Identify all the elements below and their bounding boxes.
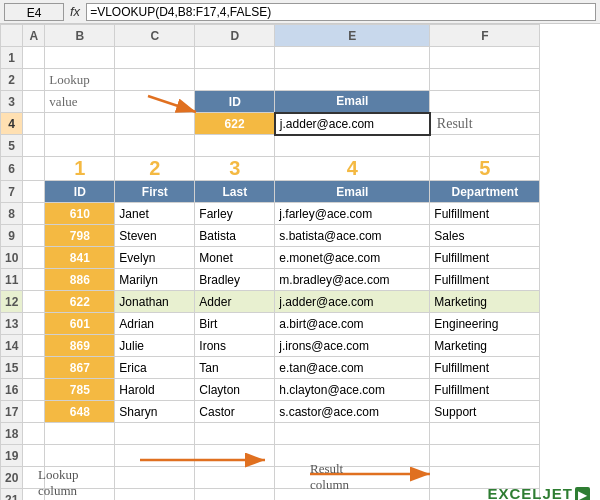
cell-d14-last[interactable]: Irons — [195, 335, 275, 357]
cell-a3[interactable] — [23, 91, 45, 113]
cell-d17-last[interactable]: Castor — [195, 401, 275, 423]
cell-e15-email[interactable]: e.tan@ace.com — [275, 357, 430, 379]
cell-c16-first[interactable]: Harold — [115, 379, 195, 401]
cell-e10-email[interactable]: e.monet@ace.com — [275, 247, 430, 269]
col-header-e[interactable]: E — [275, 25, 430, 47]
cell-a17[interactable] — [23, 401, 45, 423]
cell-e9-email[interactable]: s.batista@ace.com — [275, 225, 430, 247]
cell-b14-id[interactable]: 869 — [45, 335, 115, 357]
cell-c9-first[interactable]: Steven — [115, 225, 195, 247]
cell-d16-last[interactable]: Clayton — [195, 379, 275, 401]
cell-c15-first[interactable]: Erica — [115, 357, 195, 379]
cell-e11-email[interactable]: m.bradley@ace.com — [275, 269, 430, 291]
cell-c3[interactable] — [115, 91, 195, 113]
cell-a14[interactable] — [23, 335, 45, 357]
cell-a15[interactable] — [23, 357, 45, 379]
cell-c14-first[interactable]: Julie — [115, 335, 195, 357]
cell-a5[interactable] — [23, 135, 45, 157]
cell-d11-last[interactable]: Bradley — [195, 269, 275, 291]
cell-a11[interactable] — [23, 269, 45, 291]
cell-e4-result-email[interactable]: j.adder@ace.com — [275, 113, 430, 135]
cell-f17-dept[interactable]: Support — [430, 401, 540, 423]
cell-c12-first[interactable]: Jonathan — [115, 291, 195, 313]
cell-f9-dept[interactable]: Sales — [430, 225, 540, 247]
col-header-a[interactable]: A — [23, 25, 45, 47]
cell-d15-last[interactable]: Tan — [195, 357, 275, 379]
cell-b13-id[interactable]: 601 — [45, 313, 115, 335]
cell-a4[interactable] — [23, 113, 45, 135]
cell-c8-first[interactable]: Janet — [115, 203, 195, 225]
cell-f5[interactable] — [430, 135, 540, 157]
cell-c13-first[interactable]: Adrian — [115, 313, 195, 335]
cell-b1[interactable] — [45, 47, 115, 69]
col-header-f[interactable]: F — [430, 25, 540, 47]
cell-b3[interactable]: value — [45, 91, 115, 113]
cell-f16-dept[interactable]: Fulfillment — [430, 379, 540, 401]
cell-e17-email[interactable]: s.castor@ace.com — [275, 401, 430, 423]
cell-b17-id[interactable]: 648 — [45, 401, 115, 423]
cell-e8-email[interactable]: j.farley@ace.com — [275, 203, 430, 225]
cell-f14-dept[interactable]: Marketing — [430, 335, 540, 357]
cell-b16-id[interactable]: 785 — [45, 379, 115, 401]
cell-e1[interactable] — [275, 47, 430, 69]
cell-d13-last[interactable]: Birt — [195, 313, 275, 335]
cell-e13-email[interactable]: a.birt@ace.com — [275, 313, 430, 335]
cell-d1[interactable] — [195, 47, 275, 69]
col-header-d[interactable]: D — [195, 25, 275, 47]
cell-b5[interactable] — [45, 135, 115, 157]
cell-d5[interactable] — [195, 135, 275, 157]
cell-e5[interactable] — [275, 135, 430, 157]
cell-c11-first[interactable]: Marilyn — [115, 269, 195, 291]
cell-d10-last[interactable]: Monet — [195, 247, 275, 269]
cell-a8[interactable] — [23, 203, 45, 225]
cell-d4-lookup-id[interactable]: 622 — [195, 113, 275, 135]
cell-a12[interactable] — [23, 291, 45, 313]
cell-a6[interactable] — [23, 157, 45, 181]
formula-input[interactable] — [86, 3, 596, 21]
cell-a7[interactable] — [23, 181, 45, 203]
cell-f12-dept[interactable]: Marketing — [430, 291, 540, 313]
cell-d2[interactable] — [195, 69, 275, 91]
cell-e16-email[interactable]: h.clayton@ace.com — [275, 379, 430, 401]
cell-f8-dept[interactable]: Fulfillment — [430, 203, 540, 225]
cell-d8-last[interactable]: Farley — [195, 203, 275, 225]
cell-a2[interactable] — [23, 69, 45, 91]
cell-f15-dept[interactable]: Fulfillment — [430, 357, 540, 379]
cell-b4[interactable] — [45, 113, 115, 135]
cell-b15-id[interactable]: 867 — [45, 357, 115, 379]
name-box[interactable]: E4 — [4, 3, 64, 21]
cell-e3-email-header[interactable]: Email — [275, 91, 430, 113]
cell-f13-dept[interactable]: Engineering — [430, 313, 540, 335]
cell-e14-email[interactable]: j.irons@ace.com — [275, 335, 430, 357]
cell-f3[interactable] — [430, 91, 540, 113]
cell-b2[interactable]: Lookup — [45, 69, 115, 91]
cell-a1[interactable] — [23, 47, 45, 69]
col-header-b[interactable]: B — [45, 25, 115, 47]
cell-f10-dept[interactable]: Fulfillment — [430, 247, 540, 269]
cell-e2[interactable] — [275, 69, 430, 91]
cell-b12-id[interactable]: 622 — [45, 291, 115, 313]
cell-a13[interactable] — [23, 313, 45, 335]
cell-d9-last[interactable]: Batista — [195, 225, 275, 247]
col-header-c[interactable]: C — [115, 25, 195, 47]
cell-d12-last[interactable]: Adder — [195, 291, 275, 313]
cell-c10-first[interactable]: Evelyn — [115, 247, 195, 269]
cell-f2[interactable] — [430, 69, 540, 91]
cell-f11-dept[interactable]: Fulfillment — [430, 269, 540, 291]
cell-a16[interactable] — [23, 379, 45, 401]
cell-d3-id-header[interactable]: ID — [195, 91, 275, 113]
cell-b10-id[interactable]: 841 — [45, 247, 115, 269]
cell-a10[interactable] — [23, 247, 45, 269]
cell-c1[interactable] — [115, 47, 195, 69]
cell-c4[interactable] — [115, 113, 195, 135]
cell-b11-id[interactable]: 886 — [45, 269, 115, 291]
cell-c2[interactable] — [115, 69, 195, 91]
cell-f1[interactable] — [430, 47, 540, 69]
cell-e12-email[interactable]: j.adder@ace.com — [275, 291, 430, 313]
cell-b9-id[interactable]: 798 — [45, 225, 115, 247]
cell-c5[interactable] — [115, 135, 195, 157]
cell-a9[interactable] — [23, 225, 45, 247]
cell-c17-first[interactable]: Sharyn — [115, 401, 195, 423]
row-21: 21 — [1, 489, 540, 501]
cell-b8-id[interactable]: 610 — [45, 203, 115, 225]
